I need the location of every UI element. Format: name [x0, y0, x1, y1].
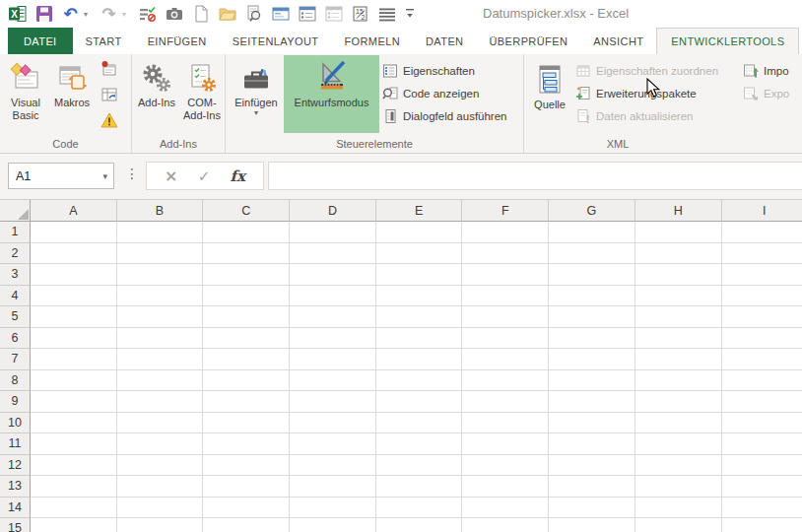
cell-A13[interactable]: [31, 476, 117, 498]
save-icon[interactable]: [34, 5, 53, 24]
cell-I4[interactable]: [722, 286, 802, 307]
row-header[interactable]: 14: [0, 498, 31, 519]
formula-bar-grip-icon[interactable]: ⋮: [125, 166, 139, 181]
tab-start[interactable]: START: [73, 28, 135, 54]
cell-A7[interactable]: [31, 349, 117, 370]
com-addins-button[interactable]: COM-Add-Ins: [178, 55, 226, 133]
cell-A2[interactable]: [31, 243, 117, 265]
cell-B13[interactable]: [117, 476, 204, 498]
form-properties-icon[interactable]: [271, 5, 290, 24]
cell-H10[interactable]: [635, 413, 722, 434]
cell-G13[interactable]: [549, 476, 635, 498]
cancel-icon[interactable]: ×: [165, 166, 177, 185]
row-header[interactable]: 7: [0, 349, 31, 370]
cell-G11[interactable]: [549, 433, 635, 455]
cell-I14[interactable]: [722, 498, 802, 519]
cell-F15[interactable]: [462, 518, 549, 532]
list-check-cancel-icon[interactable]: [138, 5, 157, 24]
cell-H15[interactable]: [635, 518, 722, 532]
controls-einfuegen-button[interactable]: Einfügen ▾: [229, 55, 284, 133]
cell-G2[interactable]: [549, 243, 635, 265]
cell-E10[interactable]: [376, 413, 463, 434]
cell-F7[interactable]: [462, 349, 549, 370]
cell-B2[interactable]: [117, 243, 204, 265]
undo-dropdown-icon[interactable]: ▾: [84, 10, 92, 19]
cell-C12[interactable]: [203, 455, 290, 477]
open-folder-icon[interactable]: [218, 5, 236, 24]
column-header[interactable]: F: [462, 200, 549, 222]
cell-C15[interactable]: [203, 518, 290, 532]
cell-B7[interactable]: [117, 349, 204, 370]
cell-C8[interactable]: [203, 370, 290, 392]
cell-I12[interactable]: [722, 455, 802, 477]
tab-daten[interactable]: DATEN: [413, 28, 476, 54]
menu-icon[interactable]: [377, 5, 396, 24]
cell-A3[interactable]: [31, 264, 117, 286]
column-header[interactable]: D: [290, 200, 376, 222]
cell-F8[interactable]: [462, 370, 549, 392]
cell-F14[interactable]: [462, 498, 549, 519]
cell-D14[interactable]: [290, 498, 376, 519]
insert-function-icon[interactable]: fx: [230, 167, 244, 185]
cell-H11[interactable]: [635, 433, 722, 455]
cell-I2[interactable]: [722, 243, 802, 265]
cell-E13[interactable]: [376, 476, 463, 498]
cell-G4[interactable]: [549, 286, 635, 307]
row-header[interactable]: 6: [0, 328, 31, 350]
cell-E1[interactable]: [376, 222, 463, 243]
column-header[interactable]: C: [203, 200, 290, 222]
cell-B6[interactable]: [117, 328, 204, 350]
cell-F12[interactable]: [462, 455, 549, 477]
cell-B15[interactable]: [117, 518, 204, 532]
cell-I6[interactable]: [722, 328, 802, 350]
cell-B1[interactable]: [117, 222, 204, 243]
cell-E5[interactable]: [376, 306, 463, 328]
row-header[interactable]: 13: [0, 476, 31, 498]
cell-H12[interactable]: [635, 455, 722, 477]
tab-ansicht[interactable]: ANSICHT: [580, 28, 656, 54]
cell-A12[interactable]: [31, 455, 117, 477]
cell-B3[interactable]: [117, 264, 204, 286]
cell-B9[interactable]: [117, 391, 204, 413]
cell-A9[interactable]: [31, 391, 117, 413]
cell-D4[interactable]: [290, 286, 376, 307]
name-box-dropdown-icon[interactable]: ▾: [102, 171, 107, 181]
cell-D5[interactable]: [290, 306, 376, 328]
cell-H2[interactable]: [635, 243, 722, 265]
cell-D13[interactable]: [290, 476, 376, 498]
column-header[interactable]: G: [549, 200, 635, 222]
cell-G9[interactable]: [549, 391, 635, 413]
record-macro-icon[interactable]: [100, 59, 119, 78]
cell-B5[interactable]: [117, 306, 204, 328]
cell-C7[interactable]: [203, 349, 290, 370]
cell-C5[interactable]: [203, 306, 290, 328]
cell-G7[interactable]: [549, 349, 635, 370]
tab-formeln[interactable]: FORMELN: [331, 28, 413, 54]
column-header[interactable]: E: [376, 200, 463, 222]
cell-C14[interactable]: [203, 498, 290, 519]
cell-B11[interactable]: [117, 433, 204, 455]
cell-D11[interactable]: [290, 433, 376, 455]
cell-F4[interactable]: [462, 286, 549, 307]
excel-logo-icon[interactable]: X: [8, 5, 27, 24]
entwurfsmodus-toggle[interactable]: Entwurfsmodus: [284, 55, 379, 133]
print-preview-icon[interactable]: [244, 5, 263, 24]
code-anzeigen-button[interactable]: Code anzeigen: [379, 82, 510, 104]
cell-H8[interactable]: [635, 370, 722, 392]
cell-B14[interactable]: [117, 498, 204, 519]
cell-E11[interactable]: [376, 433, 463, 455]
tab-datei[interactable]: DATEI: [8, 28, 73, 54]
cell-C6[interactable]: [203, 328, 290, 350]
cell-A14[interactable]: [31, 498, 117, 519]
name-box[interactable]: A1 ▾: [8, 163, 114, 189]
cell-G8[interactable]: [549, 370, 635, 392]
cell-D6[interactable]: [290, 328, 376, 350]
cell-E12[interactable]: [376, 455, 463, 477]
cell-C10[interactable]: [203, 413, 290, 434]
cell-H1[interactable]: [635, 222, 722, 243]
cell-D3[interactable]: [290, 264, 376, 286]
cell-F1[interactable]: [462, 222, 549, 243]
cell-E3[interactable]: [376, 264, 463, 286]
cell-E15[interactable]: [376, 518, 463, 532]
row-header[interactable]: 2: [0, 243, 31, 265]
